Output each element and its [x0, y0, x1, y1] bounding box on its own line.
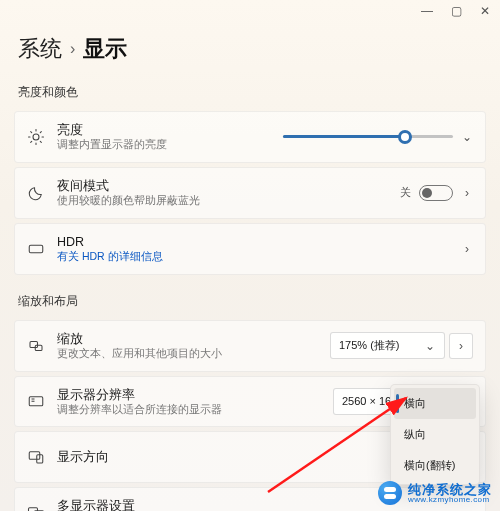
section-brightness-color: 亮度和颜色 — [0, 78, 500, 107]
chevron-right-icon: › — [70, 40, 75, 58]
svg-rect-12 — [29, 396, 43, 405]
close-button[interactable]: ✕ — [480, 4, 490, 18]
row-hdr[interactable]: HDR 有关 HDR 的详细信息 › — [14, 223, 486, 275]
chevron-down-icon: ⌄ — [424, 340, 436, 352]
scale-subtitle: 更改文本、应用和其他项目的大小 — [57, 347, 318, 361]
section-scale-layout: 缩放和布局 — [0, 279, 500, 316]
orientation-option-landscape-flipped[interactable]: 横向(翻转) — [394, 450, 476, 481]
row-night-light[interactable]: 夜间模式 使用较暖的颜色帮助屏蔽蓝光 关 › — [14, 167, 486, 219]
watermark-logo-icon — [378, 481, 402, 505]
brightness-label: 亮度 — [57, 122, 271, 138]
svg-line-7 — [31, 141, 32, 142]
svg-point-0 — [33, 134, 39, 140]
scale-label: 缩放 — [57, 331, 318, 347]
chevron-down-icon[interactable]: ⌄ — [461, 131, 473, 143]
svg-rect-15 — [29, 452, 40, 460]
night-light-toggle[interactable] — [419, 185, 453, 201]
minimize-button[interactable]: — — [421, 4, 433, 18]
watermark-title: 纯净系统之家 — [408, 483, 492, 496]
window-controls: — ▢ ✕ — [411, 0, 500, 22]
breadcrumb-parent[interactable]: 系统 — [18, 34, 62, 64]
svg-line-5 — [31, 132, 32, 133]
brightness-subtitle: 调整内置显示器的亮度 — [57, 138, 271, 152]
resolution-label: 显示器分辨率 — [57, 387, 321, 403]
night-light-icon — [27, 184, 45, 202]
hdr-icon — [27, 240, 45, 258]
resolution-icon — [27, 393, 45, 411]
scale-select[interactable]: 175% (推荐) ⌄ — [330, 332, 445, 359]
row-brightness[interactable]: 亮度 调整内置显示器的亮度 ⌄ — [14, 111, 486, 163]
night-light-label: 夜间模式 — [57, 178, 388, 194]
brightness-slider[interactable] — [283, 129, 453, 145]
orientation-option-landscape[interactable]: 横向 — [394, 388, 476, 419]
scale-icon — [27, 337, 45, 355]
svg-line-6 — [40, 141, 41, 142]
scale-detail-button[interactable]: › — [449, 333, 473, 359]
hdr-label: HDR — [57, 234, 449, 250]
svg-rect-10 — [30, 341, 38, 347]
orientation-dropdown: 横向 纵向 横向(翻转) — [390, 384, 480, 485]
brightness-icon — [27, 128, 45, 146]
page-title: 显示 — [83, 34, 127, 64]
resolution-subtitle: 调整分辨率以适合所连接的显示器 — [57, 403, 321, 417]
orientation-icon — [27, 448, 45, 466]
watermark-url: www.kzmyhome.com — [408, 496, 492, 504]
scale-value: 175% (推荐) — [339, 338, 400, 353]
svg-line-8 — [40, 132, 41, 133]
watermark: 纯净系统之家 www.kzmyhome.com — [378, 481, 492, 505]
svg-rect-9 — [29, 245, 43, 253]
chevron-right-icon[interactable]: › — [461, 243, 473, 255]
toggle-state-label: 关 — [400, 185, 411, 200]
hdr-link[interactable]: 有关 HDR 的详细信息 — [57, 250, 449, 264]
chevron-right-icon[interactable]: › — [461, 187, 473, 199]
night-light-subtitle: 使用较暖的颜色帮助屏蔽蓝光 — [57, 194, 388, 208]
multi-display-icon — [27, 504, 45, 511]
orientation-option-portrait[interactable]: 纵向 — [394, 419, 476, 450]
row-scale[interactable]: 缩放 更改文本、应用和其他项目的大小 175% (推荐) ⌄ › — [14, 320, 486, 372]
maximize-button[interactable]: ▢ — [451, 4, 462, 18]
